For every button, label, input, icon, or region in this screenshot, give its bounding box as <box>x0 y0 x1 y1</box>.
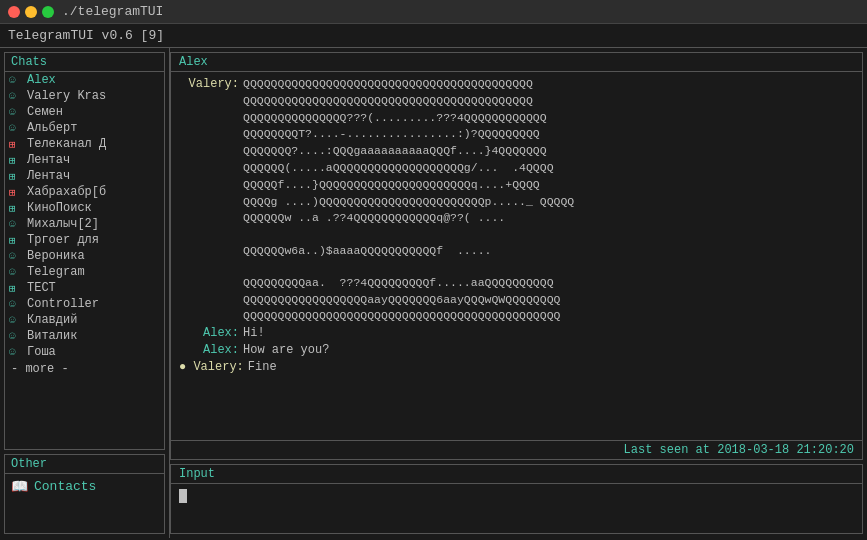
message-line: QQQQQQQQT?....-................:)?QQQQQQ… <box>179 126 854 143</box>
channel-icon: ⊞ <box>9 138 23 151</box>
user-icon: ☺ <box>9 346 23 358</box>
chat-item-habr[interactable]: ⊞ Хабрахабр[б <box>5 184 164 200</box>
chat-item-alex[interactable]: ☺ Alex <box>5 72 164 88</box>
message-line: QQQQQQQQQQQQQQQQQQaayQQQQQQQ6aayQQQwQWQQ… <box>179 292 854 309</box>
chat-item-lentach2[interactable]: ⊞ Лентач <box>5 168 164 184</box>
title-bar: ./telegramTUI <box>0 0 867 24</box>
chat-item-veronika[interactable]: ☺ Вероника <box>5 248 164 264</box>
msg-content: QQQQQQ(.....aQQQQQQQQQQQQQQQQQQQg/... .4… <box>243 160 554 177</box>
message-line: QQQQQQw ..a .??4QQQQQQQQQQQQq@??( .... <box>179 210 854 242</box>
message-line: QQQQQQQ?....:QQQgaaaaaaaaaaQQQf....}4QQQ… <box>179 143 854 160</box>
user-icon: ☺ <box>9 330 23 342</box>
content-area: Chats ☺ Alex ☺ Valery Kras ☺ Семен <box>0 48 867 538</box>
left-panel: Chats ☺ Alex ☺ Valery Kras ☺ Семен <box>0 48 170 538</box>
chat-name: Вероника <box>27 249 85 263</box>
chat-item-albert[interactable]: ☺ Альберт <box>5 120 164 136</box>
chat-name: Alex <box>27 73 56 87</box>
user-icon: ☺ <box>9 250 23 262</box>
chat-name: Клавдий <box>27 313 77 327</box>
input-section: Input <box>170 464 863 534</box>
channel-icon: ⊞ <box>9 234 23 247</box>
message-line-hi: Alex: Hi! <box>179 325 854 342</box>
message-line: QQQQQQ(.....aQQQQQQQQQQQQQQQQQQQg/... .4… <box>179 160 854 177</box>
chat-name: КиноПоиск <box>27 201 92 215</box>
contacts-icon: 📖 <box>11 478 28 495</box>
chat-name: Controller <box>27 297 99 311</box>
chat-window: Alex Valery: QQQQQQQQQQQQQQQQQQQQQQQQQQQ… <box>170 52 863 460</box>
chat-item-telekanal[interactable]: ⊞ Телеканал Д <box>5 136 164 152</box>
chat-item-vitalik[interactable]: ☺ Виталик <box>5 328 164 344</box>
msg-sender <box>179 93 239 110</box>
msg-content: QQQQQQQQQQQQQQQQQQQQQQQQQQQQQQQQQQQQQQQQ… <box>243 308 560 325</box>
chat-name: Тргоer для <box>27 233 99 247</box>
msg-sender: ● Valery: <box>179 359 244 376</box>
user-icon: ☺ <box>9 314 23 326</box>
chat-name: Альберт <box>27 121 77 135</box>
chat-name: Лентач <box>27 169 70 183</box>
chat-item-valery[interactable]: ☺ Valery Kras <box>5 88 164 104</box>
user-icon: ☺ <box>9 122 23 134</box>
user-icon: ☺ <box>9 106 23 118</box>
chat-item-controller[interactable]: ☺ Controller <box>5 296 164 312</box>
close-button[interactable] <box>8 6 20 18</box>
chat-item-lentach1[interactable]: ⊞ Лентач <box>5 152 164 168</box>
msg-sender <box>179 308 239 325</box>
chat-list[interactable]: ☺ Alex ☺ Valery Kras ☺ Семен ☺ Альберт <box>5 72 164 446</box>
last-seen-status: Last seen at 2018-03-18 21:20:20 <box>624 443 854 457</box>
messages-area[interactable]: Valery: QQQQQQQQQQQQQQQQQQQQQQQQQQQQQQQQ… <box>171 72 862 440</box>
msg-sender <box>179 110 239 127</box>
chat-item-test[interactable]: ⊞ ТЕСТ <box>5 280 164 296</box>
user-icon: ☺ <box>9 218 23 230</box>
contacts-item[interactable]: 📖 Contacts <box>5 474 164 499</box>
chat-item-gosha[interactable]: ☺ Гоша <box>5 344 164 360</box>
message-line: Valery: QQQQQQQQQQQQQQQQQQQQQQQQQQQQQQQQ… <box>179 76 854 93</box>
msg-content: QQQQQQQ?....:QQQgaaaaaaaaaaQQQf....}4QQQ… <box>243 143 547 160</box>
msg-sender <box>179 160 239 177</box>
chats-header: Chats <box>5 53 164 72</box>
msg-content: QQQQQQw6a..)$aaaaQQQQQQQQQQQf ..... <box>243 243 491 275</box>
chat-name: Виталик <box>27 329 77 343</box>
msg-sender <box>179 243 239 275</box>
chat-name: ТЕСТ <box>27 281 56 295</box>
input-area[interactable] <box>171 484 862 507</box>
channel-icon: ⊞ <box>9 154 23 167</box>
msg-sender: Valery: <box>179 76 239 93</box>
more-link[interactable]: - more - <box>5 360 164 378</box>
window-buttons <box>8 6 54 18</box>
msg-content: QQQQQQQQQQQQQQQQQQQQQQQQQQQQQQQQQQQQQQQQ… <box>243 93 533 110</box>
message-line: QQQQQQQQQQQQQQQ???(.........???4QQQQQQQQ… <box>179 110 854 127</box>
chat-item-klavdiy[interactable]: ☺ Клавдий <box>5 312 164 328</box>
other-header: Other <box>5 455 164 474</box>
chat-item-semen[interactable]: ☺ Семен <box>5 104 164 120</box>
channel-icon: ⊞ <box>9 202 23 215</box>
maximize-button[interactable] <box>42 6 54 18</box>
chat-item-mikhalych[interactable]: ☺ Михалыч[2] <box>5 216 164 232</box>
message-line: QQQQQQQQQaa. ???4QQQQQQQQQf.....aaQQQQQQ… <box>179 275 854 292</box>
chat-window-header: Alex <box>171 53 862 72</box>
channel-icon: ⊞ <box>9 282 23 295</box>
chat-item-kinopoisk[interactable]: ⊞ КиноПоиск <box>5 200 164 216</box>
msg-sender <box>179 126 239 143</box>
msg-content: QQQQQQQQQQQQQQQ???(.........???4QQQQQQQQ… <box>243 110 547 127</box>
user-icon: ☺ <box>9 298 23 310</box>
chat-item-trgoer[interactable]: ⊞ Тргоer для <box>5 232 164 248</box>
msg-sender <box>179 143 239 160</box>
msg-sender <box>179 292 239 309</box>
status-bar: Last seen at 2018-03-18 21:20:20 <box>171 440 862 459</box>
chat-name: Михалыч[2] <box>27 217 99 231</box>
text-cursor <box>179 489 187 503</box>
chats-section: Chats ☺ Alex ☺ Valery Kras ☺ Семен <box>4 52 165 450</box>
msg-content: QQQQQQQQQaa. ???4QQQQQQQQQf.....aaQQQQQQ… <box>243 275 554 292</box>
chat-name: Телеканал Д <box>27 137 106 151</box>
chat-name: Семен <box>27 105 63 119</box>
msg-sender: Alex: <box>179 325 239 342</box>
message-line: QQQQQQQQQQQQQQQQQQQQQQQQQQQQQQQQQQQQQQQQ… <box>179 308 854 325</box>
chat-item-telegram[interactable]: ☺ Telegram <box>5 264 164 280</box>
channel-icon: ⊞ <box>9 170 23 183</box>
minimize-button[interactable] <box>25 6 37 18</box>
other-section: Other 📖 Contacts <box>4 454 165 534</box>
msg-content: How are you? <box>243 342 329 359</box>
msg-content: QQQQQQQQQQQQQQQQQQQQQQQQQQQQQQQQQQQQQQQQ… <box>243 76 533 93</box>
msg-sender <box>179 194 239 211</box>
channel-icon: ⊞ <box>9 186 23 199</box>
